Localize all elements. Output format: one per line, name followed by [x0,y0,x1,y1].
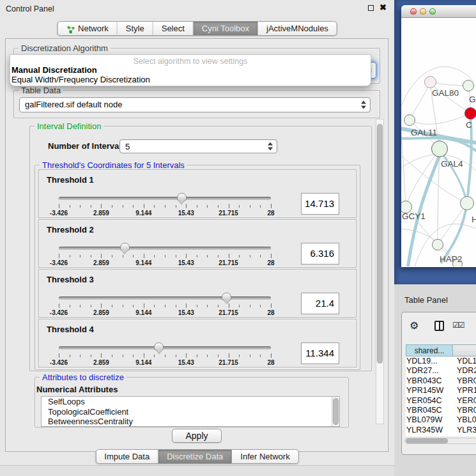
tick-mark [176,255,176,257]
tab-label: jActiveMNodules [266,22,328,35]
tab-style[interactable]: Style [118,22,153,35]
slider-track[interactable] [59,197,271,200]
tick-mark [112,255,112,257]
tab-network[interactable]: Network [58,22,118,35]
table-row[interactable]: YPR145WYPR145W [406,386,476,395]
table-data-combobox[interactable]: galFiltered.sif default node [19,97,371,112]
threshold-slider[interactable]: -3.4262.8599.14415.4321.71528 [59,293,271,317]
split-columns-icon[interactable] [434,321,444,331]
table-row[interactable]: YER054CYER054C [406,396,476,406]
tick-mark [144,353,144,358]
table-row[interactable]: YDL19...YDL19 [406,357,476,366]
table-cell: YER054C [453,396,476,406]
tick-label: 28 [267,309,274,316]
tick-mark [271,254,272,258]
table-row[interactable]: YBR045CYBR045C [406,406,476,415]
tick-mark [70,205,70,208]
threshold-value-field[interactable]: 14.713 [301,193,339,215]
tab-impute-data[interactable]: Impute Data [96,450,158,463]
slider-track[interactable] [59,247,271,250]
table-horizontal-scrollbar-thumb[interactable] [406,438,448,443]
num-intervals-label: Number of Intervals [48,141,126,151]
num-intervals-combobox[interactable]: 5 [119,139,277,153]
threshold-label: Threshold 1 [47,175,94,185]
network-canvas[interactable]: GAL80GACGAL11GAL4GCY1HHAP2 [401,18,476,266]
combo-arrows-icon [268,142,273,151]
tab-cyni-toolbox[interactable]: Cyni Toolbox [194,22,258,35]
zoom-traffic-light-icon[interactable] [429,8,436,15]
threshold-value-field[interactable]: 11.344 [301,342,339,364]
slider-thumb[interactable] [222,293,231,300]
table-horizontal-scrollbar[interactable] [404,438,476,444]
list-scrollbar[interactable] [332,397,339,426]
desktop-area: GAL80GACGAL11GAL4GCY1HHAP2 Table Panel ⚙… [394,0,476,476]
network-window-titlebar[interactable] [401,5,476,18]
threshold-slider[interactable]: -3.4262.8599.14415.4321.71528 [59,342,271,367]
tick-mark [123,355,123,357]
network-node[interactable] [424,76,436,88]
minimize-traffic-light-icon[interactable] [420,8,426,15]
tick-mark [91,305,91,307]
tab-infer-network[interactable]: Infer Network [232,450,298,463]
tick-label: 28 [267,259,274,266]
attribute-list-item[interactable]: BetweennessCentrality [42,417,339,427]
table-cell: YBR045C [453,406,476,415]
checkboxes-icon[interactable]: ☑☑ [452,321,464,330]
gear-icon[interactable]: ⚙ [410,319,418,332]
numerical-attributes-list[interactable]: SelfLoopsTopologicalCoefficientBetweenne… [41,396,340,427]
table-row[interactable]: YBL079WYBL079W [406,415,476,425]
dropdown-option[interactable]: Manual Discretization [10,66,371,75]
float-icon[interactable] [368,5,374,11]
tick-mark [207,205,208,208]
column-header[interactable]: n [453,344,476,357]
close-traffic-light-icon[interactable] [410,8,417,15]
discretization-algorithm-label: Discretization Algorithm [19,43,111,53]
tab-discretize-data[interactable]: Discretize Data [158,450,232,463]
panel-scrollbar-thumb[interactable] [377,124,383,364]
attribute-list-item[interactable]: TopologicalCoefficient [42,407,339,417]
interval-definition-label: Interval Definition [35,121,104,131]
network-node[interactable] [463,80,474,91]
numerical-attributes-label: Numerical Attributes [36,385,118,394]
tick-mark [80,205,81,208]
apply-button[interactable]: Apply [172,429,222,443]
tick-mark [101,303,102,308]
slider-track[interactable] [59,346,271,349]
network-node[interactable] [431,141,448,157]
thresholds-group-label: Threshold's Coordinates for 5 Intervals [40,160,187,170]
table-row[interactable]: YLR345WYLR345W [406,426,476,435]
window-title: Control Panel [6,4,54,13]
tick-mark [260,305,261,307]
network-node[interactable] [460,196,474,210]
threshold-value-field[interactable]: 21.4 [301,293,339,314]
tick-mark [165,255,165,257]
dropdown-option[interactable]: Equal Width/Frequency Discretization [10,75,371,85]
tab-select[interactable]: Select [153,22,194,35]
panel-scrollbar[interactable] [376,119,384,424]
list-scrollbar-thumb[interactable] [333,398,339,425]
network-node[interactable] [404,114,415,126]
slider-thumb[interactable] [177,193,187,201]
table-panel-area: Table Panel ⚙ ☑☑ shared...n YDL19...YDL1… [394,284,476,476]
network-node[interactable] [432,239,443,250]
node-label: GAL11 [411,128,437,137]
threshold-slider[interactable]: -3.4262.8599.14415.4321.71528 [59,193,271,217]
slider-thumb[interactable] [154,342,164,350]
table-row[interactable]: YDR27...YDR27 [406,366,476,376]
tick-label: 28 [267,359,274,366]
threshold-slider[interactable]: -3.4262.8599.14415.4321.71528 [59,243,271,267]
close-icon[interactable]: ✖ [380,4,387,12]
thresholds-group: Threshold's Coordinates for 5 Intervals … [35,165,360,370]
attribute-list-item[interactable]: SelfLoops [42,397,339,407]
tick-mark [144,254,144,258]
slider-track[interactable] [59,296,271,300]
tab-jactivemnodules[interactable]: jActiveMNodules [258,22,337,35]
table-row[interactable]: YBR043CYBR043C [406,376,476,386]
table-cell: YBL079W [406,415,453,425]
slider-thumb[interactable] [120,243,130,250]
column-header[interactable]: shared... [406,344,453,357]
network-node[interactable] [464,107,476,119]
tick-label: 9.144 [135,210,151,217]
table-row[interactable]: YIL052CYIL052C [406,435,476,436]
threshold-value-field[interactable]: 6.316 [301,243,339,265]
